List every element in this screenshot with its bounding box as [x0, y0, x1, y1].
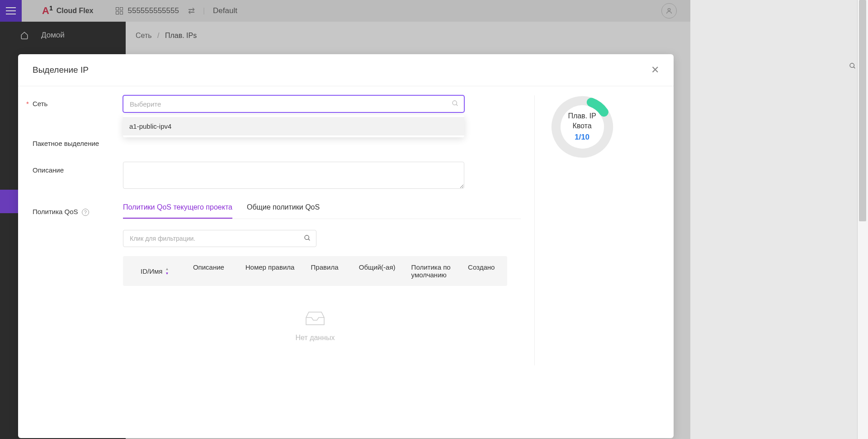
th-rules[interactable]: Правила: [311, 263, 359, 279]
allocate-ip-modal: Выделение IP ✕ Сеть a1-public-ipv4 П: [18, 54, 674, 438]
quota-label-1: Плав. IP: [568, 112, 596, 120]
form-row-network: Сеть a1-public-ipv4: [33, 95, 521, 112]
qos-section: Политики QoS текущего проекта Общие поли…: [123, 203, 521, 351]
no-data-placeholder: Нет данных: [123, 286, 507, 351]
svg-point-3: [305, 235, 309, 239]
help-icon[interactable]: ?: [82, 209, 89, 216]
network-select-wrapper: a1-public-ipv4: [123, 95, 464, 112]
form-row-description: Описание: [33, 162, 521, 189]
svg-line-4: [308, 239, 310, 240]
qos-tabs: Политики QoS текущего проекта Общие поли…: [123, 203, 521, 219]
no-data-text: Нет данных: [123, 334, 507, 342]
browser-scrollbar[interactable]: [857, 0, 868, 439]
form-row-qos: Политика QoS ? Политики QoS текущего про…: [33, 203, 521, 351]
network-dropdown: a1-public-ipv4: [123, 115, 464, 137]
scrollbar-thumb[interactable]: [859, 0, 866, 221]
quota-panel: Плав. IP Квота 1/10: [534, 95, 611, 365]
modal-title: Выделение IP: [33, 65, 89, 75]
sort-icon[interactable]: ▲▼: [165, 267, 169, 276]
modal-body: Сеть a1-public-ipv4 Пакетное выделение О…: [18, 86, 674, 374]
network-select[interactable]: [123, 95, 464, 112]
svg-line-2: [456, 104, 458, 106]
th-id-name[interactable]: ID/Имя ▲▼: [141, 263, 193, 279]
modal-close-button[interactable]: ✕: [651, 64, 659, 76]
label-qos: Политика QoS ?: [33, 203, 123, 216]
quota-donut-chart: Плав. IP Квота 1/10: [551, 95, 614, 159]
modal-header: Выделение IP ✕: [18, 54, 674, 86]
svg-line-8: [854, 67, 855, 68]
search-icon[interactable]: [304, 234, 311, 243]
search-icon: [452, 100, 459, 109]
label-description: Описание: [33, 162, 123, 174]
label-network: Сеть: [33, 95, 123, 107]
svg-point-7: [850, 63, 854, 67]
quota-center: Плав. IP Квота 1/10: [568, 112, 596, 142]
form-area: Сеть a1-public-ipv4 Пакетное выделение О…: [33, 95, 521, 365]
svg-point-1: [453, 101, 457, 105]
th-shared[interactable]: Общий(-ая): [359, 263, 411, 279]
tab-shared-policies[interactable]: Общие политики QoS: [247, 203, 320, 219]
th-created[interactable]: Создано: [468, 263, 507, 279]
filter-input[interactable]: [123, 230, 316, 247]
search-icon-small[interactable]: [849, 62, 856, 71]
table-header-row: ID/Имя ▲▼ Описание Номер правила Правила…: [123, 256, 507, 286]
th-rule-number[interactable]: Номер правила: [245, 263, 311, 279]
filter-wrapper: [123, 230, 316, 247]
tab-current-project-policies[interactable]: Политики QoS текущего проекта: [123, 203, 232, 219]
qos-policy-table: ID/Имя ▲▼ Описание Номер правила Правила…: [123, 256, 507, 351]
th-description[interactable]: Описание: [193, 263, 245, 279]
inbox-icon: [302, 308, 328, 327]
label-batch: Пакетное выделение: [33, 135, 123, 147]
quota-value: 1/10: [568, 133, 596, 142]
quota-label-2: Квота: [568, 122, 596, 130]
dropdown-option[interactable]: a1-public-ipv4: [123, 117, 464, 135]
th-default-policy[interactable]: Политика по умолчанию: [411, 263, 468, 279]
description-textarea[interactable]: [123, 162, 464, 189]
th-checkbox: [123, 263, 141, 279]
